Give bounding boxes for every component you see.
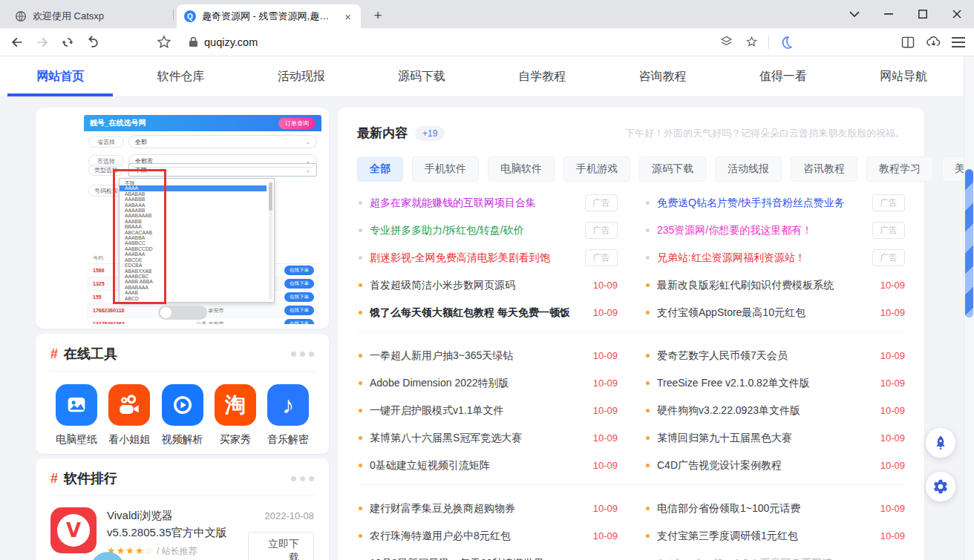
article-title[interactable]: 饿了么每天领大额红包教程 每天免费一顿饭 bbox=[370, 306, 570, 320]
nav-item-consult[interactable]: 咨询教程 bbox=[602, 56, 722, 96]
article-ad-row[interactable]: 兄弟站:红尘资源网福利资源站！广告 bbox=[644, 244, 905, 271]
article-title[interactable]: 专业拼多多助力/拆红包/转盘/砍价 bbox=[370, 224, 524, 237]
article-row[interactable]: 首发超级简洁小米步数网页源码10-09 bbox=[357, 271, 618, 299]
article-title[interactable]: 电信部分省份领取1~100元话费 bbox=[657, 502, 800, 515]
nav-item-tutorial[interactable]: 自学教程 bbox=[482, 56, 602, 96]
page-scrollbar-track[interactable] bbox=[964, 56, 974, 560]
layers-icon[interactable] bbox=[713, 31, 739, 53]
article-title[interactable]: Antdownload2_v1.0.4 百度网盘不限速 bbox=[657, 557, 833, 560]
article-ad-row[interactable]: 超多在家就能赚钱的互联网项目合集广告 bbox=[357, 189, 618, 217]
article-title[interactable]: 兄弟站:红尘资源网福利资源站！ bbox=[657, 251, 805, 265]
article-row[interactable]: C4D广告视觉设计案例教程10-09 bbox=[644, 452, 905, 479]
browser-tab-active[interactable]: Q 趣奇资源网 - 残雪资源网,趣味奇妙 × bbox=[177, 4, 361, 28]
article-row[interactable]: TreeSize Free v2.1.0.82单文件版10-09 bbox=[644, 369, 905, 397]
undo-arrow-icon[interactable] bbox=[80, 31, 105, 53]
tab-pc-soft[interactable]: 电脑软件 bbox=[488, 157, 555, 182]
tool-girls[interactable]: 看小姐姐 bbox=[106, 384, 152, 447]
page-scrollbar-thumb[interactable] bbox=[965, 169, 973, 317]
tool-video-parse[interactable]: 视频解析 bbox=[160, 384, 206, 447]
settings-button[interactable] bbox=[926, 472, 955, 501]
article-row[interactable]: Antdownload2_v1.0.4 百度网盘不限速10-08 bbox=[644, 550, 905, 560]
window-close-button[interactable] bbox=[940, 0, 974, 28]
article-title[interactable]: 免费送Q钻名片赞/快手抖音粉丝点赞业务 bbox=[657, 197, 845, 210]
article-title[interactable]: 一拳超人新用户抽3~365天绿钻 bbox=[370, 349, 513, 363]
bookmark-star-icon[interactable] bbox=[739, 31, 764, 53]
browser-tab-welcome[interactable]: 欢迎使用 Catsxp bbox=[7, 4, 172, 28]
article-row[interactable]: 一键开启护眼模式v1.1单文件10-09 bbox=[357, 397, 618, 424]
nav-item-home[interactable]: 网站首页 bbox=[0, 56, 120, 96]
article-title[interactable]: 建行财富季集豆兑换商超购物券 bbox=[370, 502, 515, 515]
more-dots-icon[interactable] bbox=[291, 476, 314, 481]
article-row[interactable]: 支付宝领AppStore最高10元红包10-09 bbox=[644, 299, 905, 326]
window-maximize-button[interactable] bbox=[906, 0, 940, 28]
article-title[interactable]: TreeSize Free v2.1.0.82单文件版 bbox=[657, 377, 810, 390]
tab-mobile-soft[interactable]: 手机软件 bbox=[412, 157, 479, 182]
speed-dial-star-icon[interactable] bbox=[151, 31, 177, 53]
article-title[interactable]: 一键开启护眼模式v1.1单文件 bbox=[370, 404, 503, 418]
app-list-item[interactable]: V Vivaldi浏览器 v5.5.2805.35官方中文版 ★★★★☆ / 站… bbox=[36, 496, 329, 560]
article-row[interactable]: 硬件狗狗v3.2.22.0923单文件版10-09 bbox=[644, 397, 905, 424]
rocket-top-button[interactable] bbox=[926, 428, 955, 458]
tab-learning[interactable]: 教程学习 bbox=[866, 157, 933, 182]
article-title[interactable]: C4D广告视觉设计案例教程 bbox=[657, 459, 782, 472]
article-title[interactable]: 剧迷影视-全网免费高清电影美剧看到饱 bbox=[370, 251, 550, 265]
article-row[interactable]: 建行财富季集豆兑换商超购物券10-09 bbox=[357, 495, 618, 522]
article-ad-row[interactable]: 235资源网/你想要的我这里都有！广告 bbox=[644, 217, 905, 244]
article-title[interactable]: 某博第八十六届黑S冠军竞选大赛 bbox=[370, 432, 522, 445]
article-ad-row[interactable]: 专业拼多多助力/拆红包/转盘/砍价广告 bbox=[357, 217, 618, 244]
forward-button[interactable] bbox=[30, 31, 55, 53]
new-tab-button[interactable]: + bbox=[368, 6, 388, 25]
article-row[interactable]: 爱奇艺数字人民币领7天会员10-09 bbox=[644, 342, 905, 369]
tool-wallpaper[interactable]: 电脑壁纸 bbox=[53, 384, 99, 447]
article-title[interactable]: 最新改良版彩虹代刷知识付费模板系统 bbox=[657, 279, 834, 292]
close-tab-icon[interactable]: × bbox=[342, 10, 353, 23]
article-title[interactable]: Adobe Dimension 2022特别版 bbox=[370, 377, 509, 390]
window-minimize-button[interactable] bbox=[872, 0, 906, 28]
article-title[interactable]: 0基础建立短视频引流矩阵 bbox=[370, 459, 490, 472]
tool-taobao-show[interactable]: 淘 买家秀 bbox=[212, 384, 258, 447]
article-title[interactable]: 支付宝领AppStore最高10元红包 bbox=[657, 306, 805, 320]
article-title[interactable]: 支付宝第三季度调研领1元红包 bbox=[657, 530, 798, 543]
more-dots-icon[interactable] bbox=[291, 352, 314, 357]
article-ad-row[interactable]: 剧迷影视-全网免费高清电影美剧看到饱广告 bbox=[357, 244, 618, 271]
article-title[interactable]: 农行珠海特邀用户必中8元红包 bbox=[370, 530, 511, 543]
nav-item-source[interactable]: 源码下载 bbox=[362, 56, 482, 96]
nav-item-worth[interactable]: 值得一看 bbox=[723, 56, 843, 96]
article-row[interactable]: Adobe Dimension 2022特别版10-09 bbox=[357, 369, 618, 397]
tab-search-chevron-icon[interactable] bbox=[837, 0, 872, 28]
tab-mobile-game[interactable]: 手机游戏 bbox=[563, 157, 630, 182]
article-ad-row[interactable]: 免费送Q钻名片赞/快手抖音粉丝点赞业务广告 bbox=[644, 189, 905, 217]
tab-source[interactable]: 源码下载 bbox=[639, 157, 706, 182]
article-title[interactable]: 某博回归第九十五届黑色大赛 bbox=[657, 432, 792, 445]
article-row[interactable]: 10月9日新闻早讯，每天60秒读懂世界10-09 bbox=[357, 550, 618, 560]
tool-music-decrypt[interactable]: ♪ 音乐解密 bbox=[265, 384, 311, 447]
article-row[interactable]: 支付宝第三季度调研领1元红包10-09 bbox=[644, 522, 905, 550]
address-bar[interactable]: quqizy.com bbox=[189, 31, 799, 53]
article-title[interactable]: 首发超级简洁小米步数网页源码 bbox=[370, 279, 515, 292]
nav-item-sitenav[interactable]: 网站导航 bbox=[843, 56, 964, 96]
split-view-icon[interactable] bbox=[895, 31, 921, 53]
article-row[interactable]: 某博第八十六届黑S冠军竞选大赛10-09 bbox=[357, 424, 618, 452]
article-row[interactable]: 0基础建立短视频引流矩阵10-09 bbox=[357, 452, 618, 479]
article-row[interactable]: 电信部分省份领取1~100元话费10-09 bbox=[644, 495, 905, 522]
reload-icon[interactable] bbox=[55, 31, 80, 53]
article-row[interactable]: 某博回归第九十五届黑色大赛10-09 bbox=[644, 424, 905, 452]
article-title[interactable]: 超多在家就能赚钱的互联网项目合集 bbox=[370, 197, 536, 210]
article-title[interactable]: 10月9日新闻早讯，每天60秒读懂世界 bbox=[370, 557, 544, 560]
tab-consult[interactable]: 咨讯教程 bbox=[791, 157, 857, 182]
download-button[interactable]: 立即下载 bbox=[248, 532, 314, 560]
promo-screenshot[interactable]: 靓号_在线选号网 订单查询 省选择 全部⌄ 市选择 全部市⌄ 类型选择 不限⌄ … bbox=[84, 115, 321, 324]
article-title[interactable]: 硬件狗狗v3.2.22.0923单文件版 bbox=[657, 404, 800, 418]
nav-item-activity[interactable]: 活动现报 bbox=[241, 56, 362, 96]
article-title[interactable]: 235资源网/你想要的我这里都有！ bbox=[657, 224, 812, 237]
tab-all[interactable]: 全部 bbox=[357, 157, 403, 182]
article-title[interactable]: 爱奇艺数字人民币领7天会员 bbox=[657, 349, 788, 363]
article-row[interactable]: 一拳超人新用户抽3~365天绿钻10-09 bbox=[357, 342, 618, 369]
article-row[interactable]: 农行珠海特邀用户必中8元红包10-09 bbox=[357, 522, 618, 550]
nav-item-software[interactable]: 软件仓库 bbox=[120, 56, 241, 96]
tab-activity[interactable]: 活动线报 bbox=[715, 157, 782, 182]
download-cloud-icon[interactable] bbox=[921, 31, 946, 53]
dark-mode-moon-icon[interactable] bbox=[774, 31, 799, 53]
article-row[interactable]: 最新改良版彩虹代刷知识付费模板系统10-09 bbox=[644, 271, 905, 299]
menu-hamburger-icon[interactable] bbox=[946, 31, 971, 53]
